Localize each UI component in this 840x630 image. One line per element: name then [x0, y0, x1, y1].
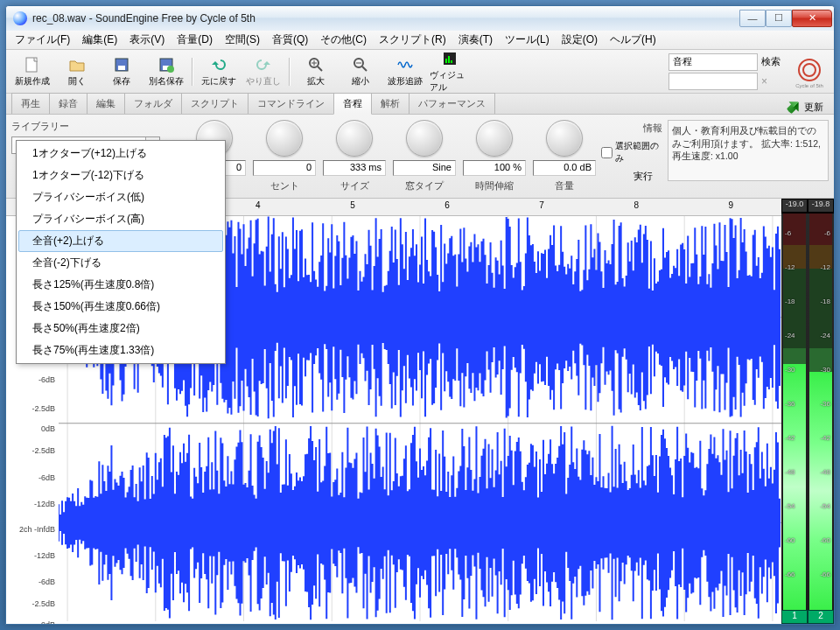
clear-icon[interactable]: ×: [761, 75, 767, 88]
menu-ファイル[interactable]: ファイル(F): [10, 30, 75, 50]
new-button[interactable]: 新規作成: [11, 52, 53, 91]
svg-rect-14: [445, 59, 447, 63]
library-dropdown[interactable]: 1オクターブ(+12)上げる1オクターブ(-12)下げるプライバシーボイス(低)…: [16, 140, 226, 364]
svg-line-7: [318, 66, 322, 71]
toolbar: 新規作成開く保存別名保存元に戻すやり直し拡大縮小波形追跡ヴィジュアル検索×Cyc…: [6, 50, 834, 94]
menu-音量[interactable]: 音量(D): [172, 30, 218, 50]
menu-ヘルプ[interactable]: ヘルプ(H): [605, 30, 662, 50]
value-4[interactable]: 100 %: [463, 160, 526, 176]
redo-button: やり直し: [242, 52, 284, 91]
value-3[interactable]: Sine: [393, 160, 456, 176]
menubar: ファイル(F)編集(E)表示(V)音量(D)空間(S)音質(Q)その他(C)スク…: [6, 31, 834, 50]
tab-0[interactable]: 再生: [11, 93, 50, 114]
menu-設定[interactable]: 設定(O): [556, 30, 603, 50]
tab-2[interactable]: 編集: [87, 93, 125, 114]
knob-5[interactable]: [546, 120, 583, 157]
refresh-icon: [784, 97, 804, 117]
value-2[interactable]: 333 ms: [323, 160, 386, 176]
maximize-button[interactable]: ☐: [766, 10, 792, 27]
run-button[interactable]: 実行: [624, 170, 662, 184]
meter-peak-left: -19.0: [781, 199, 808, 213]
visual-button[interactable]: ヴィジュアル: [429, 52, 471, 91]
menu-編集[interactable]: 編集(E): [77, 30, 122, 50]
save-icon: [113, 56, 130, 74]
update-button[interactable]: 更新: [787, 100, 829, 114]
info-label: 情報: [643, 122, 662, 135]
library-label: ライブラリー: [11, 120, 178, 133]
dropdown-item-7[interactable]: 長さ150%(再生速度0.66倍): [18, 296, 223, 318]
titlebar[interactable]: rec_08.wav - SoundEngine Free by Cycle o…: [6, 6, 834, 31]
minimize-button[interactable]: ―: [739, 10, 766, 27]
menu-空間[interactable]: 空間(S): [220, 30, 265, 50]
close-button[interactable]: ✕: [792, 10, 832, 27]
search-input-2[interactable]: [668, 73, 758, 90]
zoomout-icon: [352, 56, 369, 74]
dropdown-item-1[interactable]: 1オクターブ(-12)下げる: [18, 164, 223, 186]
save-button[interactable]: 保存: [101, 52, 143, 91]
brand-logo: Cycle of 5th: [790, 54, 829, 89]
svg-point-5: [167, 66, 174, 73]
menu-演奏[interactable]: 演奏(T): [453, 30, 498, 50]
menu-表示[interactable]: 表示(V): [124, 30, 170, 50]
saveas-icon: [158, 56, 175, 74]
new-icon: [24, 56, 41, 74]
visual-icon: [441, 50, 458, 67]
menu-音質[interactable]: 音質(Q): [267, 30, 313, 50]
open-icon: [68, 56, 86, 74]
svg-rect-2: [118, 66, 125, 70]
meter-channel-1[interactable]: 1: [781, 610, 808, 624]
knob-2[interactable]: [336, 120, 373, 157]
dropdown-item-0[interactable]: 1オクターブ(+12)上げる: [18, 143, 223, 164]
tab-7[interactable]: 解析: [371, 93, 410, 114]
redo-icon: [255, 56, 272, 74]
wavefollow-icon: [396, 56, 414, 74]
dropdown-item-2[interactable]: プライバシーボイス(低): [18, 186, 223, 208]
svg-point-18: [803, 64, 816, 76]
zoomin-button[interactable]: 拡大: [295, 52, 337, 91]
pitch-search-input[interactable]: [668, 53, 758, 71]
value-1[interactable]: 0: [253, 160, 316, 176]
wavefollow-button[interactable]: 波形追跡: [384, 52, 426, 91]
menu-その他[interactable]: その他(C): [315, 30, 372, 50]
tab-3[interactable]: フォルダ: [124, 93, 182, 114]
open-button[interactable]: 開く: [56, 52, 98, 91]
tab-strip: 再生録音編集フォルダスクリプトコマンドライン音程解析パフォーマンス 更新: [6, 94, 834, 115]
svg-rect-15: [448, 56, 450, 63]
search-label[interactable]: 検索: [761, 55, 780, 68]
dropdown-item-5[interactable]: 全音(-2)下げる: [18, 252, 223, 274]
undo-icon: [210, 56, 228, 74]
dropdown-item-6[interactable]: 長さ125%(再生速度0.8倍): [18, 274, 223, 296]
saveas-button[interactable]: 別名保存: [145, 52, 187, 91]
dropdown-item-9[interactable]: 長さ75%(再生速度1.33倍): [18, 340, 223, 361]
dropdown-item-8[interactable]: 長さ50%(再生速度2倍): [18, 318, 223, 340]
dropdown-item-3[interactable]: プライバシーボイス(高): [18, 208, 223, 230]
level-meter: -19.0 -19.8 -6-6-12-12-18-18-24-24-30-30…: [781, 199, 834, 624]
knob-3[interactable]: [406, 120, 443, 157]
tab-1[interactable]: 録音: [49, 93, 88, 114]
dropdown-item-4[interactable]: 全音(+2)上げる: [18, 230, 223, 252]
value-5[interactable]: 0.0 dB: [533, 160, 596, 176]
undo-button[interactable]: 元に戻す: [198, 52, 240, 91]
selection-only-checkbox[interactable]: 選択範囲のみ: [601, 140, 662, 164]
svg-line-11: [362, 66, 367, 71]
meter-channel-2[interactable]: 2: [808, 610, 834, 624]
tab-8[interactable]: パフォーマンス: [409, 93, 495, 114]
zoomout-button[interactable]: 縮小: [340, 52, 382, 91]
knob-1[interactable]: [266, 120, 303, 157]
tab-4[interactable]: スクリプト: [181, 93, 248, 114]
meter-peak-right: -19.8: [808, 199, 834, 213]
svg-text:Cycle of 5th: Cycle of 5th: [795, 83, 823, 88]
knob-4[interactable]: [476, 120, 513, 157]
menu-ツール[interactable]: ツール(L): [500, 30, 555, 50]
menu-スクリプト[interactable]: スクリプト(R): [374, 30, 452, 50]
tab-6[interactable]: 音程: [333, 93, 372, 115]
info-box: 個人・教育利用及び転載目的でのみご利用頂けます。 拡大率: 1:512, 再生速…: [668, 120, 829, 181]
tab-5[interactable]: コマンドライン: [248, 93, 334, 114]
svg-point-17: [799, 60, 820, 80]
window-title: rec_08.wav - SoundEngine Free by Cycle o…: [32, 12, 734, 24]
svg-rect-16: [451, 60, 452, 63]
zoomin-icon: [307, 56, 325, 74]
app-icon: [13, 11, 27, 25]
